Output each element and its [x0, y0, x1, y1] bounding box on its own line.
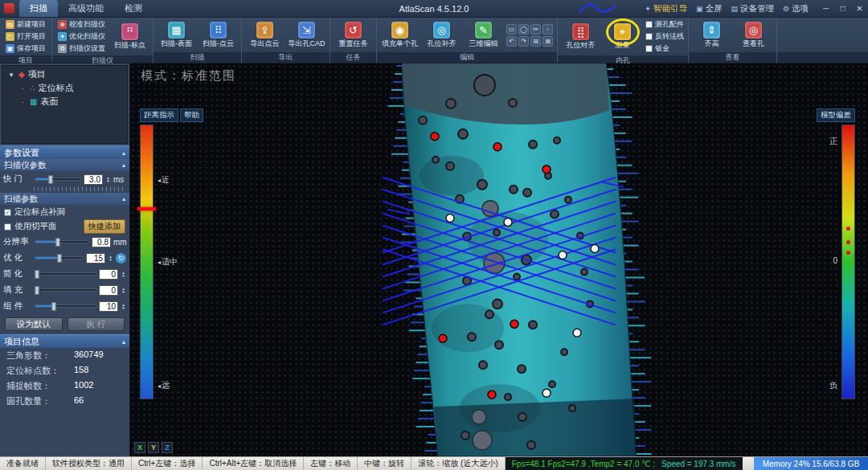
new-project-button[interactable]: ▤新建项目: [4, 19, 47, 30]
edit-tool-2-button[interactable]: ✂: [530, 24, 541, 35]
edit-tool-7-button[interactable]: ⊠: [542, 36, 553, 47]
resolution-slider-thumb[interactable]: [55, 238, 59, 247]
scan-pointcloud-button[interactable]: ⠿扫描-点云: [199, 22, 237, 47]
refresh-icon[interactable]: ↻: [116, 253, 126, 264]
align-height-button[interactable]: ⇕齐高: [693, 22, 731, 47]
collapse-icon[interactable]: ▴: [122, 161, 125, 169]
tab-advanced[interactable]: 高级功能: [58, 0, 114, 17]
edit-tool-4-button[interactable]: ↶: [506, 36, 517, 47]
view-holes-button[interactable]: ◎查看孔: [735, 22, 772, 47]
scanner-params-header[interactable]: 扫描仪参数 ▴: [0, 159, 129, 171]
marker-hole-fill-checkbox[interactable]: ✓: [4, 209, 11, 216]
project-info-header[interactable]: 项目信息 ▴: [0, 334, 129, 348]
performance-readout: Fps=48.1 Fps2=47.9 ,Temp2 = 47.0 ℃ ; Spe…: [506, 457, 743, 470]
minimize-button[interactable]: ─: [817, 4, 834, 13]
collapse-icon[interactable]: ▴: [122, 338, 125, 345]
save-project-button[interactable]: ▣保存项目: [4, 43, 47, 54]
use-cut-plane-checkbox[interactable]: [4, 223, 11, 231]
maximize-button[interactable]: □: [834, 4, 851, 13]
shutter-spinner[interactable]: ▴▾: [105, 176, 111, 182]
execute-button[interactable]: 执 行: [68, 317, 125, 331]
scan-param-checks: ✓定位标点补洞使用切平面快捷添加: [0, 205, 129, 234]
resolution-value[interactable]: 0.8: [92, 237, 111, 247]
sheet-metal-checkbox[interactable]: 钣金: [645, 43, 684, 54]
scan-markers-button[interactable]: ⠛扫描-标点: [111, 23, 149, 49]
info-triangles: 三角形数：360749: [0, 348, 129, 363]
edit-tool-3-button[interactable]: ▫: [542, 24, 553, 35]
tab-inspect[interactable]: 检测: [114, 0, 153, 17]
viewport-3d[interactable]: 模式：标准范围: [130, 63, 868, 456]
component-spinner[interactable]: ▴▾: [121, 303, 126, 309]
device-manager-button[interactable]: ▤设备管理: [731, 3, 774, 14]
simplify-value[interactable]: 0: [99, 269, 118, 280]
axis-x-button[interactable]: X: [134, 442, 145, 453]
optimize-value[interactable]: 15: [86, 253, 105, 264]
scan-surface-button[interactable]: ▦扫描-表面: [158, 22, 195, 47]
shutter-slider-thumb[interactable]: [49, 175, 53, 184]
tree-item-project[interactable]: ▾◆项目: [2, 67, 127, 81]
optimize-slider[interactable]: [35, 256, 84, 260]
statusbar-segments: 准备就绪软件授权类型：通用Ctrl+左键：选择Ctrl+Alt+左键：取消选择左…: [0, 457, 506, 470]
hole-patch-button[interactable]: ◎孔位补齐: [423, 22, 461, 47]
optimize-scanner-button[interactable]: ✦优化扫描仪: [56, 31, 107, 42]
atlascan-window: 扫描高级功能检测 AtlaScan 4.5.12.0 ✦智能引导▣全屏▤设备管理…: [0, 0, 868, 470]
smart-guide-button[interactable]: ✦智能引导: [645, 3, 687, 14]
shutter-slider[interactable]: [35, 178, 81, 181]
app-logo-icon: [4, 3, 14, 14]
hint-move: 左键：移动: [304, 457, 358, 470]
open-project-button[interactable]: ◰打开项目: [4, 31, 47, 42]
tree-item-surface[interactable]: ·▦表面: [2, 95, 127, 108]
tree-item-markers[interactable]: ·∴定位标点: [2, 81, 127, 95]
param-shutter: 快 门3.0▴▾ms: [0, 171, 129, 187]
distance-gauge-help-button[interactable]: 帮助: [180, 108, 203, 122]
component-value[interactable]: 10: [99, 301, 118, 312]
open-project-icon: ◰: [6, 32, 14, 41]
simplify-slider[interactable]: [35, 272, 96, 276]
export-hole-cad-button[interactable]: ⇲导出孔CAD: [288, 22, 326, 47]
quick-add-button[interactable]: 快捷添加: [84, 219, 125, 234]
flip-normals-checkbox[interactable]: 反转法线: [645, 31, 684, 42]
component-slider-thumb[interactable]: [51, 302, 55, 311]
edit-3d-button[interactable]: ✎三维编辑: [465, 22, 502, 47]
hint-select: Ctrl+左键：选择: [132, 457, 203, 470]
axis-y-button[interactable]: Y: [148, 442, 159, 453]
hole-alignment-button[interactable]: ⣿孔位对齐: [562, 23, 600, 49]
fill-slider-thumb[interactable]: [35, 286, 39, 295]
options-button[interactable]: ⚙选项: [783, 3, 809, 14]
axis-z-button[interactable]: Z: [162, 442, 173, 453]
resolution-slider[interactable]: [35, 240, 89, 243]
fill-single-hole-button[interactable]: ◉填充单个孔: [381, 22, 419, 47]
fullscreen-button[interactable]: ▣全屏: [696, 3, 723, 14]
reset-task-button[interactable]: ↺重置任务: [334, 22, 372, 47]
shutter-value[interactable]: 3.0: [84, 174, 103, 185]
optimize-slider-thumb[interactable]: [57, 254, 61, 263]
component-slider[interactable]: [35, 304, 96, 308]
export-pointcloud-button[interactable]: ⇪导出点云: [246, 22, 284, 47]
edit-tool-1-button[interactable]: ◯: [518, 24, 529, 35]
tab-scan[interactable]: 扫描: [19, 0, 58, 17]
view-holes-icon: ◎: [745, 22, 762, 39]
simplify-slider-thumb[interactable]: [35, 270, 39, 279]
fill-slider[interactable]: [35, 288, 96, 292]
edit-tool-0-button[interactable]: ▭: [506, 24, 517, 35]
hole-probe-accessory-checkbox[interactable]: 测孔配件: [645, 19, 684, 30]
fill-value[interactable]: 0: [99, 285, 118, 296]
fill-spinner[interactable]: ▴▾: [121, 287, 126, 293]
edit-tool-5-button[interactable]: ↷: [518, 36, 529, 47]
close-button[interactable]: ✕: [851, 4, 868, 13]
collapse-icon[interactable]: ▴: [122, 149, 125, 157]
scanner-settings-button[interactable]: ⚙扫描仪设置: [56, 43, 107, 54]
params-header[interactable]: 参数设置 ▴: [0, 145, 129, 159]
scan-params-header[interactable]: 扫描参数 ▴: [0, 193, 129, 205]
scan-markers-icon: ⠛: [121, 23, 138, 40]
scan-mesh[interactable]: [130, 63, 868, 456]
set-default-button[interactable]: 设为默认: [5, 317, 63, 331]
calibrate-scanner-button[interactable]: ⊕校准扫描仪: [56, 19, 107, 30]
edit-tool-6-button[interactable]: ⊞: [530, 36, 541, 47]
deviation-gauge: 模型偏差 正 0 负: [817, 108, 855, 399]
measure-button[interactable]: ⌖测量: [604, 23, 641, 49]
expander-icon[interactable]: ▾: [7, 71, 15, 79]
optimize-spinner[interactable]: ▴▾: [108, 255, 113, 261]
simplify-spinner[interactable]: ▴▾: [121, 271, 126, 277]
collapse-icon[interactable]: ▴: [122, 195, 125, 202]
